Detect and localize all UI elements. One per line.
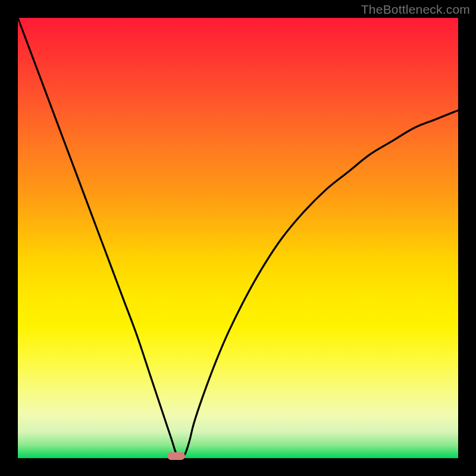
watermark-text: TheBottleneck.com	[361, 2, 470, 17]
chart-frame: TheBottleneck.com	[0, 0, 476, 476]
optimal-point-marker	[167, 452, 185, 460]
curve-path	[18, 18, 458, 458]
bottleneck-curve	[18, 18, 458, 458]
plot-area	[18, 18, 458, 458]
